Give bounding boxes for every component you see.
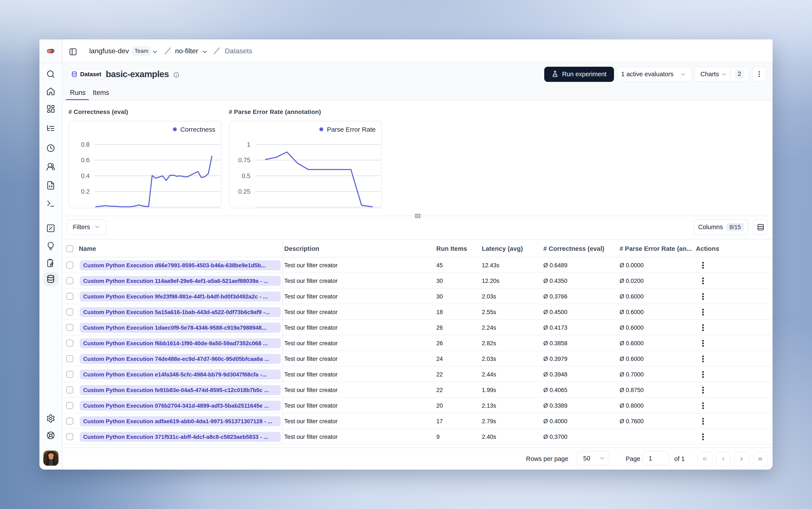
svg-text:0.25: 0.25 xyxy=(238,188,250,195)
svg-text:0.2: 0.2 xyxy=(81,188,90,195)
svg-text:0.6: 0.6 xyxy=(81,157,90,163)
svg-text:1: 1 xyxy=(247,141,250,148)
svg-text:0.75: 0.75 xyxy=(238,157,250,163)
svg-text:0.5: 0.5 xyxy=(242,172,250,179)
svg-text:0.8: 0.8 xyxy=(81,141,90,148)
svg-text:0.4: 0.4 xyxy=(81,172,90,179)
